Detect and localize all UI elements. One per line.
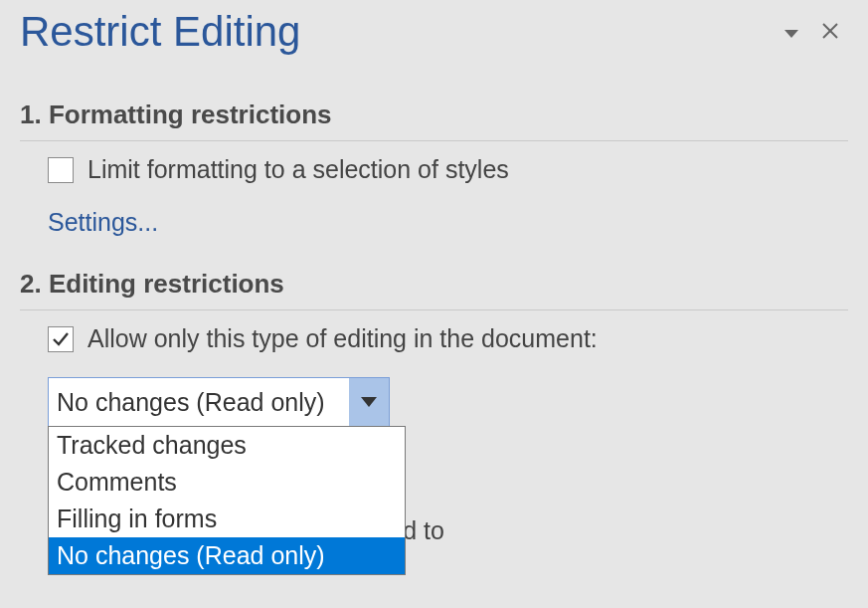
limit-formatting-label: Limit formatting to a selection of style…	[87, 155, 509, 184]
dropdown-option-no-changes[interactable]: No changes (Read only)	[49, 537, 405, 574]
allow-only-row: Allow only this type of editing in the d…	[48, 324, 848, 353]
dropdown-option-tracked-changes[interactable]: Tracked changes	[49, 427, 405, 464]
limit-formatting-row: Limit formatting to a selection of style…	[48, 155, 848, 184]
dropdown-option-filling-in-forms[interactable]: Filling in forms	[49, 501, 405, 537]
dropdown-toggle-button[interactable]	[349, 378, 389, 426]
editing-type-dropdown-list: Tracked changes Comments Filling in form…	[48, 426, 406, 575]
panel-title: Restrict Editing	[20, 8, 771, 56]
editing-type-dropdown-wrap: No changes (Read only) Tracked changes C…	[48, 377, 390, 427]
svg-marker-0	[784, 30, 798, 38]
limit-formatting-checkbox[interactable]	[48, 157, 74, 183]
section-heading-editing: 2. Editing restrictions	[20, 269, 848, 310]
allow-only-label: Allow only this type of editing in the d…	[87, 324, 598, 353]
settings-link[interactable]: Settings...	[48, 208, 158, 236]
allow-only-checkbox[interactable]	[48, 326, 74, 352]
section-editing-restrictions: 2. Editing restrictions Allow only this …	[20, 269, 848, 545]
section-heading-formatting: 1. Formatting restrictions	[20, 100, 848, 141]
close-button[interactable]	[812, 13, 848, 51]
panel-options-button[interactable]	[771, 14, 812, 51]
editing-type-selected: No changes (Read only)	[49, 378, 349, 426]
panel-header: Restrict Editing	[20, 0, 848, 68]
section-formatting-restrictions: 1. Formatting restrictions Limit formatt…	[20, 100, 848, 237]
dropdown-option-comments[interactable]: Comments	[49, 464, 405, 501]
svg-marker-3	[361, 397, 377, 407]
editing-type-dropdown[interactable]: No changes (Read only)	[48, 377, 390, 427]
